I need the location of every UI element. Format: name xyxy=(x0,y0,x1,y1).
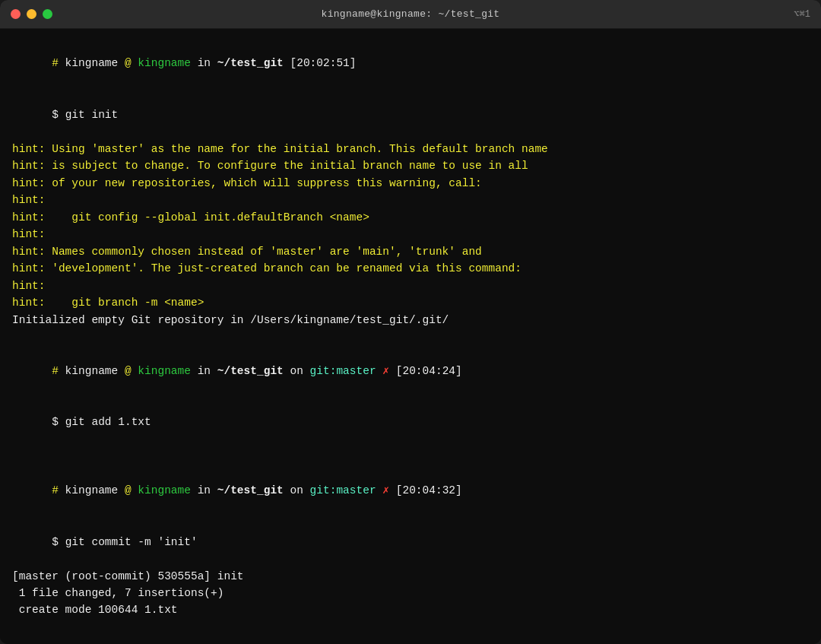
prompt-line-1: # kingname @ kingname in ~/test_git [20:… xyxy=(12,38,809,89)
minimize-button[interactable] xyxy=(27,9,36,19)
hint-6: hint: xyxy=(12,226,809,243)
terminal-body[interactable]: # kingname @ kingname in ~/test_git [20:… xyxy=(0,29,821,644)
output-1: Initialized empty Git repository in /Use… xyxy=(12,312,809,328)
command-line-1: $ git init xyxy=(12,89,809,140)
command-line-3: $ git commit -m 'init' xyxy=(12,516,809,567)
terminal-window: kingname@kingname: ~/test_git ⌥⌘1 # king… xyxy=(0,0,821,644)
hint-10: hint: git branch -m <name> xyxy=(12,294,809,311)
prompt-line-4: # kingname @ kingname in ~/test_git on g… xyxy=(12,636,809,644)
close-button[interactable] xyxy=(11,9,21,19)
titlebar: kingname@kingname: ~/test_git ⌥⌘1 xyxy=(0,0,821,29)
hint-5: hint: git config --global init.defaultBr… xyxy=(12,209,809,226)
maximize-button[interactable] xyxy=(43,9,52,19)
command-line-2: $ git add 1.txt xyxy=(12,397,809,448)
hint-8: hint: 'development'. The just-created br… xyxy=(12,260,809,277)
window-title: kingname@kingname: ~/test_git xyxy=(322,8,500,20)
keyboard-shortcut: ⌥⌘1 xyxy=(794,8,810,20)
prompt-line-3: # kingname @ kingname in ~/test_git on g… xyxy=(12,465,809,516)
output-2: [master (root-commit) 530555a] init xyxy=(12,568,809,585)
prompt-line-2: # kingname @ kingname in ~/test_git on g… xyxy=(12,345,809,396)
hint-2: hint: is subject to change. To configure… xyxy=(12,157,809,174)
output-4: create mode 100644 1.txt xyxy=(12,601,809,618)
hint-4: hint: xyxy=(12,192,809,208)
blank-1 xyxy=(12,328,809,345)
blank-2 xyxy=(12,448,809,465)
hint-9: hint: xyxy=(12,278,809,294)
blank-3 xyxy=(12,619,809,636)
traffic-lights xyxy=(11,9,52,19)
hint-7: hint: Names commonly chosen instead of '… xyxy=(12,243,809,260)
hint-3: hint: of your new repositories, which wi… xyxy=(12,175,809,192)
hint-1: hint: Using 'master' as the name for the… xyxy=(12,141,809,157)
output-3: 1 file changed, 7 insertions(+) xyxy=(12,585,809,601)
